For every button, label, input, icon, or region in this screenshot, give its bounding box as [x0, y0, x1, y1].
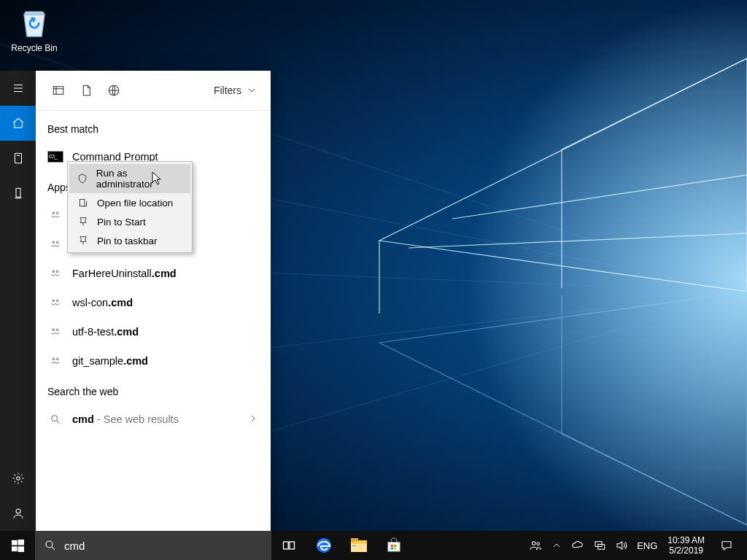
tray-language[interactable]: ENG	[632, 531, 662, 560]
rail-menu-button[interactable]	[0, 71, 36, 106]
taskbar: ENG 10:39 AM 5/2/2019	[0, 531, 747, 560]
svg-point-8	[53, 241, 55, 244]
svg-rect-35	[390, 548, 393, 550]
search-icon	[44, 539, 57, 552]
tray-network[interactable]	[589, 531, 611, 560]
tray-clock[interactable]: 10:39 AM 5/2/2019	[662, 535, 711, 556]
result-label: utf-8-test.cmd	[72, 326, 259, 338]
svg-rect-1	[16, 188, 20, 197]
ctx-run-as-admin[interactable]: Run as administrator	[69, 164, 190, 193]
windows-logo-icon	[12, 540, 24, 552]
tray-volume[interactable]	[611, 531, 632, 560]
svg-rect-4	[53, 87, 63, 95]
shield-icon	[77, 173, 89, 184]
search-input[interactable]	[64, 540, 263, 552]
rail-this-pc-button[interactable]	[0, 176, 36, 211]
result-label: cmd - See web results	[72, 413, 239, 425]
svg-point-38	[537, 542, 540, 545]
svg-rect-32	[388, 542, 400, 551]
svg-rect-23	[18, 546, 24, 552]
start-button[interactable]	[0, 531, 35, 560]
svg-rect-20	[12, 540, 18, 545]
svg-rect-30	[351, 544, 367, 552]
command-prompt-icon: C:\_	[47, 149, 63, 165]
svg-point-16	[53, 358, 55, 360]
svg-rect-0	[15, 153, 21, 163]
svg-rect-36	[394, 548, 397, 550]
taskbar-app-store[interactable]	[376, 531, 411, 560]
cmd-file-icon	[47, 295, 63, 311]
svg-rect-26	[290, 542, 295, 549]
result-app-1[interactable]: wsl-con.cmd	[36, 288, 271, 317]
section-best-match: Best match	[36, 121, 271, 142]
search-results-panel: Filters Best match C:\_ Command Prompt A…	[36, 71, 271, 531]
search-panel-header: Filters	[36, 71, 271, 111]
ctx-pin-to-start[interactable]: Pin to Start	[69, 212, 190, 231]
file-explorer-icon	[350, 537, 368, 553]
svg-rect-31	[352, 545, 356, 546]
cmd-file-icon	[47, 353, 63, 369]
chevron-right-icon	[247, 413, 259, 427]
rail-account-button[interactable]	[0, 496, 36, 531]
ctx-label: Pin to taskbar	[97, 236, 158, 246]
svg-point-15	[56, 329, 58, 331]
folder-icon	[77, 197, 90, 209]
rail-settings-button[interactable]	[0, 461, 36, 496]
svg-point-13	[56, 300, 58, 302]
rail-timeline-button[interactable]	[0, 141, 36, 176]
search-icon	[47, 411, 63, 427]
tray-overflow[interactable]	[546, 531, 567, 560]
action-center-button[interactable]	[711, 539, 743, 552]
tray-people[interactable]	[525, 531, 546, 560]
scope-documents-button[interactable]	[72, 71, 100, 111]
cmd-file-icon	[47, 324, 63, 340]
result-label: wsl-con.cmd	[72, 297, 259, 308]
tray-onedrive[interactable]	[567, 531, 589, 560]
svg-point-9	[56, 241, 58, 244]
scope-all-button[interactable]	[44, 71, 72, 111]
start-left-rail	[0, 71, 36, 531]
cursor-icon	[152, 171, 163, 186]
task-view-icon	[282, 538, 296, 553]
cmd-file-icon	[47, 236, 63, 252]
system-tray: ENG 10:39 AM 5/2/2019	[525, 531, 747, 560]
scope-web-button[interactable]	[100, 71, 128, 111]
svg-point-24	[46, 541, 53, 548]
section-web: Search the web	[36, 376, 271, 405]
taskbar-app-explorer[interactable]	[341, 531, 376, 560]
ctx-pin-to-taskbar[interactable]: Pin to taskbar	[69, 231, 190, 250]
svg-rect-33	[390, 545, 393, 547]
desktop-icon-label: Recycle Bin	[7, 43, 62, 53]
result-app-3[interactable]: git_sample.cmd	[36, 346, 271, 376]
svg-point-3	[16, 509, 20, 513]
svg-point-6	[53, 212, 55, 214]
chevron-down-icon	[246, 85, 258, 96]
clock-time: 10:39 AM	[667, 535, 705, 545]
ctx-open-file-location[interactable]: Open file location	[69, 193, 190, 212]
rail-home-button[interactable]	[0, 106, 36, 141]
filters-label: Filters	[214, 85, 241, 96]
ctx-label: Run as administrator	[96, 168, 180, 190]
svg-point-37	[533, 542, 536, 545]
svg-point-10	[53, 271, 55, 273]
recycle-bin-icon	[7, 4, 62, 42]
context-menu: Run as administrator Open file location …	[67, 161, 193, 253]
svg-rect-22	[12, 546, 18, 551]
svg-point-12	[53, 300, 55, 302]
result-web-search[interactable]: cmd - See web results	[36, 405, 271, 434]
svg-point-7	[56, 212, 58, 214]
task-view-button[interactable]	[271, 531, 306, 560]
desktop-icon-recycle-bin[interactable]: Recycle Bin	[7, 4, 62, 53]
result-app-2[interactable]: utf-8-test.cmd	[36, 317, 271, 346]
svg-rect-29	[351, 538, 358, 542]
cmd-file-icon	[47, 265, 63, 281]
result-app-0[interactable]: FarHereUninstall.cmd	[36, 259, 271, 288]
store-icon	[386, 537, 402, 553]
svg-point-17	[56, 358, 58, 360]
svg-point-14	[53, 329, 55, 331]
taskbar-app-edge[interactable]	[306, 531, 341, 560]
taskbar-search[interactable]	[35, 531, 271, 560]
svg-rect-19	[80, 199, 85, 206]
svg-rect-34	[394, 545, 397, 547]
filters-dropdown[interactable]: Filters	[214, 85, 262, 96]
